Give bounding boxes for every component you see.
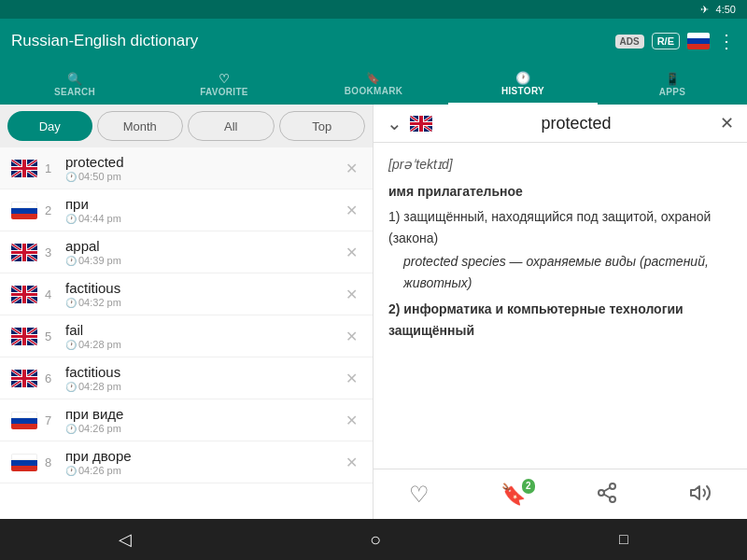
right-panel: ⌄ protected ✕ [prəˈtektɪd] [374, 105, 747, 519]
remove-button[interactable]: ✕ [342, 366, 361, 391]
share-icon [596, 482, 618, 504]
remove-button[interactable]: ✕ [342, 408, 361, 433]
item-number: 6 [45, 371, 60, 385]
word-time: 🕐 04:26 pm [65, 465, 342, 476]
nav-tabs: 🔍 SEARCH ♡ FAVORITE 🔖 BOOKMARK 🕐 HISTORY… [0, 63, 747, 105]
apps-tab-label: APPS [659, 87, 685, 97]
flag-ru-icon [11, 412, 37, 429]
definition-area: [prəˈtektɪd] имя прилагательное 1) защищ… [374, 143, 747, 469]
item-number: 7 [45, 413, 60, 427]
flag-uk-icon [11, 286, 37, 303]
tab-search[interactable]: 🔍 SEARCH [0, 63, 149, 105]
re-badge[interactable]: R/E [652, 33, 680, 49]
list-item[interactable]: 8 при дворе 🕐 04:26 pm ✕ [0, 441, 373, 483]
right-header: ⌄ protected ✕ [374, 105, 747, 143]
svg-rect-44 [11, 377, 37, 380]
definition-line-2: 2) информатика и компьютерные технологии… [388, 299, 732, 342]
word-time: 🕐 04:32 pm [65, 297, 342, 308]
word-text: factitious [65, 364, 342, 380]
word-info: protected 🕐 04:50 pm [65, 154, 342, 182]
word-text: protected [65, 154, 342, 170]
flag-uk-icon [11, 328, 37, 345]
list-item[interactable]: 2 при 🕐 04:44 pm ✕ [0, 189, 373, 231]
svg-rect-8 [11, 167, 37, 170]
flag-uk-icon [11, 370, 37, 387]
word-list: 1 protected 🕐 04:50 pm ✕ 2 [0, 147, 373, 519]
item-number: 4 [45, 287, 60, 301]
word-info: при виде 🕐 04:26 pm [65, 406, 342, 434]
bookmark-tab-icon: 🔖 [366, 72, 380, 85]
airplane-icon: ✈ [700, 4, 709, 16]
list-item[interactable]: 4 factitious 🕐 04:32 pm ✕ [0, 273, 373, 315]
clock-icon: 🕐 [65, 424, 77, 434]
add-favorite-button[interactable]: ♡ [394, 474, 444, 515]
list-item[interactable]: 5 fail 🕐 04:28 pm ✕ [0, 315, 373, 357]
back-button[interactable]: ◁ [91, 522, 160, 557]
clock-icon: 🕐 [65, 382, 77, 392]
list-item[interactable]: 1 protected 🕐 04:50 pm ✕ [0, 147, 373, 189]
flag-ru-icon [687, 33, 710, 49]
word-info: при дворе 🕐 04:26 pm [65, 448, 342, 476]
status-icons: ✈ 4:50 [700, 4, 736, 16]
svg-marker-59 [691, 486, 699, 499]
top-bar: Russian-English dictionary ADS R/E ⋮ [0, 19, 747, 63]
word-text: при [65, 196, 342, 212]
word-text: factitious [65, 280, 342, 296]
pos-text: имя прилагательное [388, 184, 523, 199]
share-button[interactable] [581, 474, 633, 515]
filter-tabs: Day Month All Top [0, 105, 373, 147]
bottom-nav: ◁ ○ □ [0, 519, 747, 560]
tab-bookmark[interactable]: 🔖 BOOKMARK [299, 63, 448, 105]
remove-button[interactable]: ✕ [342, 282, 361, 307]
svg-rect-26 [11, 293, 37, 296]
flag-uk-small-icon [410, 116, 432, 132]
more-icon[interactable]: ⋮ [717, 30, 736, 52]
apps-tab-icon: 📱 [665, 72, 680, 86]
history-tab-icon: 🕐 [515, 71, 530, 85]
filter-month[interactable]: Month [97, 111, 184, 141]
remove-button[interactable]: ✕ [342, 240, 361, 265]
word-info: при 🕐 04:44 pm [65, 196, 342, 224]
chevron-down-icon[interactable]: ⌄ [387, 112, 402, 134]
remove-button[interactable]: ✕ [342, 324, 361, 349]
filter-top[interactable]: Top [279, 111, 366, 141]
item-number: 8 [45, 455, 60, 469]
recents-button[interactable]: □ [591, 524, 656, 555]
audio-button[interactable] [674, 474, 726, 515]
bookmark-tab-label: BOOKMARK [345, 86, 402, 96]
word-time: 🕐 04:28 pm [65, 381, 342, 392]
ads-badge[interactable]: ADS [615, 35, 644, 49]
word-text: fail [65, 322, 342, 338]
list-item[interactable]: 6 factitious 🕐 04:28 pm ✕ [0, 357, 373, 399]
favorite-tab-icon: ♡ [218, 72, 230, 86]
history-tab-label: HISTORY [501, 86, 544, 96]
word-time: 🕐 04:50 pm [65, 171, 342, 182]
definition-example: protected species — охраняемые виды (рас… [403, 251, 732, 294]
remove-button[interactable]: ✕ [342, 450, 361, 475]
flag-ru-icon [11, 202, 37, 219]
word-text: appal [65, 238, 342, 254]
item-number: 3 [45, 245, 60, 259]
tab-history[interactable]: 🕐 HISTORY [448, 63, 598, 105]
word-text: при дворе [65, 448, 342, 464]
list-item[interactable]: 3 appal 🕐 04:39 pm ✕ [0, 231, 373, 273]
remove-button[interactable]: ✕ [342, 156, 361, 181]
home-button[interactable]: ○ [342, 522, 409, 558]
remove-button[interactable]: ✕ [342, 198, 361, 223]
list-item[interactable]: 7 при виде 🕐 04:26 pm ✕ [0, 399, 373, 441]
word-time: 🕐 04:26 pm [65, 423, 342, 434]
tab-favorite[interactable]: ♡ FAVORITE [149, 63, 299, 105]
clock-icon: 🕐 [65, 298, 77, 308]
svg-rect-17 [11, 251, 37, 254]
bookmark-button[interactable]: 🔖 2 [486, 475, 541, 514]
clock-icon: 🕐 [65, 340, 77, 350]
clock-icon: 🕐 [65, 256, 77, 266]
phonetic: [prəˈtektɪd] [388, 154, 732, 175]
close-definition-button[interactable]: ✕ [720, 113, 734, 133]
left-panel: Day Month All Top [0, 105, 374, 519]
filter-day[interactable]: Day [7, 111, 92, 141]
filter-all[interactable]: All [188, 111, 275, 141]
tab-apps[interactable]: 📱 APPS [598, 63, 747, 105]
part-of-speech: имя прилагательное [388, 181, 732, 203]
top-bar-actions: ADS R/E ⋮ [615, 30, 736, 52]
